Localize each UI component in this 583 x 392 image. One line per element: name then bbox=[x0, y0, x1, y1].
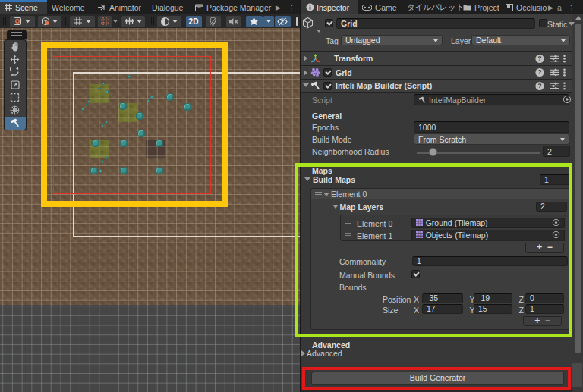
svg-text:?: ? bbox=[537, 82, 541, 89]
svg-text:?: ? bbox=[537, 55, 541, 62]
svg-text:?: ? bbox=[537, 68, 541, 76]
